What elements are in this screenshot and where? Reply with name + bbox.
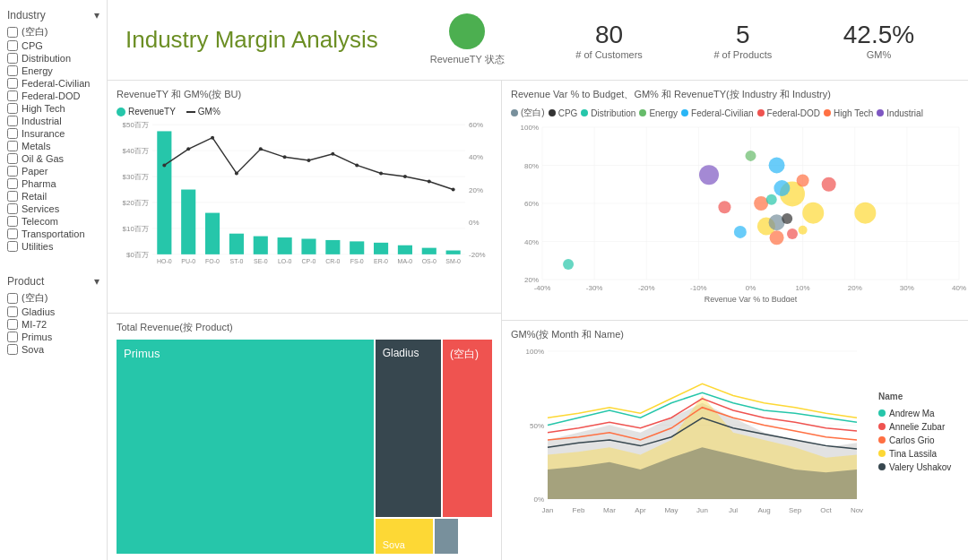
svg-text:Revenue Var % to Budget: Revenue Var % to Budget	[704, 295, 798, 302]
svg-point-90	[734, 226, 747, 238]
sidebar-product-item[interactable]: MI-72	[7, 319, 99, 330]
sidebar-industry-item[interactable]: Pharma	[7, 178, 99, 189]
sidebar-industry-item[interactable]: Insurance	[7, 128, 99, 139]
svg-text:LO-0: LO-0	[278, 258, 292, 264]
svg-text:40%: 40%	[469, 153, 483, 161]
gm-legend-line	[186, 111, 195, 113]
svg-text:50%: 50%	[530, 421, 544, 429]
line-panel: GM%(按 Month 和 Name) 0%50%100%JanFebMarAp…	[502, 321, 968, 561]
main-container: Industry ▾ (空白)CPGDistributionEnergyFede…	[0, 0, 968, 560]
svg-text:0%: 0%	[469, 219, 480, 227]
svg-rect-31	[325, 240, 340, 254]
sidebar-industry-item[interactable]: Federal-Civilian	[7, 78, 99, 89]
line-chart-svg: 0%50%100%JanFebMarAprMayJunJulAugSepOctN…	[511, 347, 871, 517]
scatter-legend: (空白)CPGDistributionEnergyFederal-Civilia…	[511, 107, 959, 119]
svg-text:$20百万: $20百万	[123, 199, 149, 207]
treemap-mi72[interactable]	[435, 519, 458, 555]
sidebar-industry-item[interactable]: Federal-DOD	[7, 90, 99, 101]
sidebar-product-item[interactable]: Primus	[7, 332, 99, 342]
svg-text:100%: 100%	[521, 124, 539, 132]
sidebar-industry-item[interactable]: Paper	[7, 166, 99, 177]
svg-text:HO-0: HO-0	[157, 258, 172, 264]
scatter-legend-item: (空白)	[511, 107, 545, 119]
sidebar: Industry ▾ (空白)CPGDistributionEnergyFede…	[0, 0, 108, 560]
svg-point-92	[782, 213, 792, 224]
sidebar-product-item[interactable]: Sova	[7, 344, 99, 355]
content-area: Industry Margin Analysis RevenueTY 状态 80…	[108, 0, 968, 560]
sidebar-product-item[interactable]: Gladius	[7, 306, 99, 317]
svg-point-88	[799, 226, 808, 235]
svg-text:SE-0: SE-0	[254, 258, 268, 264]
line-legend-item: Andrew Ma	[878, 409, 959, 418]
treemap-gladius[interactable]: Gladius	[376, 340, 441, 517]
scatter-legend-item: Industrial	[877, 107, 923, 119]
svg-point-98	[774, 180, 790, 196]
industry-items-list: (空白)CPGDistributionEnergyFederal-Civilia…	[7, 25, 99, 252]
treemap-empty[interactable]: (空白)	[443, 340, 492, 517]
treemap-container: PrimusGladius(空白)Sova	[117, 340, 492, 554]
line-legend-item: Annelie Zubar	[878, 422, 959, 432]
sidebar-industry-item[interactable]: Services	[7, 203, 99, 214]
svg-point-50	[331, 152, 334, 156]
svg-point-45	[211, 136, 214, 140]
svg-text:Jan: Jan	[542, 506, 554, 514]
svg-rect-27	[278, 237, 292, 254]
scatter-legend-item: Federal-DOD	[757, 107, 820, 119]
svg-text:FO-0: FO-0	[205, 258, 220, 264]
sidebar-industry-item[interactable]: High Tech	[7, 103, 99, 114]
svg-text:$10百万: $10百万	[123, 225, 149, 233]
svg-rect-35	[374, 243, 388, 254]
svg-text:Sep: Sep	[789, 506, 802, 514]
svg-rect-41	[446, 251, 461, 254]
svg-text:40%: 40%	[524, 238, 539, 246]
scatter-title: Revenue Var % to Budget、GM% 和 RevenueTY(…	[511, 88, 959, 101]
svg-text:$0百万: $0百万	[126, 251, 149, 259]
sidebar-industry-item[interactable]: Metals	[7, 141, 99, 151]
svg-point-49	[307, 159, 310, 162]
treemap-sova[interactable]: Sova	[376, 519, 433, 555]
svg-text:CP-0: CP-0	[302, 258, 316, 264]
line-chart-title: GM%(按 Month 和 Name)	[511, 328, 959, 341]
product-section-title[interactable]: Product ▾	[7, 275, 99, 288]
svg-point-104	[746, 151, 756, 161]
sidebar-industry-item[interactable]: Retail	[7, 191, 99, 202]
page-title: Industry Margin Analysis	[125, 26, 394, 54]
svg-rect-29	[301, 238, 315, 254]
scatter-legend-item: Distribution	[581, 107, 635, 119]
industry-section-title[interactable]: Industry ▾	[7, 9, 99, 22]
line-legend-item: Tina Lassila	[878, 449, 959, 459]
svg-text:Apr: Apr	[635, 506, 646, 514]
svg-text:30%: 30%	[900, 284, 914, 292]
svg-point-52	[379, 171, 383, 175]
svg-text:60%: 60%	[469, 121, 483, 129]
svg-point-47	[259, 147, 263, 151]
sidebar-product-item[interactable]: (空白)	[7, 291, 99, 305]
scatter-legend-item: Federal-Civilian	[681, 107, 753, 119]
kpi-customers: 80 # of Customers	[575, 21, 643, 60]
svg-point-96	[766, 194, 777, 205]
sidebar-industry-item[interactable]: (空白)	[7, 25, 99, 39]
bar-chart-title: RevenueTY 和 GM%(按 BU)	[117, 88, 492, 101]
sidebar-industry-item[interactable]: Industrial	[7, 116, 99, 126]
svg-point-93	[802, 202, 824, 224]
sidebar-industry-item[interactable]: Distribution	[7, 53, 99, 64]
treemap-primus[interactable]: Primus	[117, 340, 374, 554]
line-legend-header: Name	[878, 392, 959, 401]
svg-text:FS-0: FS-0	[350, 258, 364, 264]
sidebar-industry-item[interactable]: Energy	[7, 65, 99, 76]
sidebar-industry-item[interactable]: Oil & Gas	[7, 153, 99, 164]
sidebar-industry-item[interactable]: CPG	[7, 40, 99, 51]
svg-point-101	[822, 177, 836, 192]
svg-text:0%: 0%	[746, 284, 756, 292]
scatter-panel: Revenue Var % to Budget、GM% 和 RevenueTY(…	[502, 81, 968, 321]
sidebar-industry-item[interactable]: Telecom	[7, 216, 99, 227]
svg-text:20%: 20%	[524, 276, 539, 284]
svg-rect-37	[398, 246, 412, 254]
sidebar-industry-item[interactable]: Utilities	[7, 241, 99, 252]
sidebar-industry-item[interactable]: Transportation	[7, 228, 99, 239]
bar-chart-container: $50百万$40百万$30百万$20百万$10百万$0百万60%40%20%0%…	[117, 120, 492, 281]
product-items-list: (空白)GladiusMI-72PrimusSova	[7, 291, 99, 355]
svg-text:-10%: -10%	[690, 284, 707, 292]
line-legend: NameAndrew MaAnnelie ZubarCarlos GrioTin…	[878, 347, 959, 517]
svg-text:40%: 40%	[952, 284, 966, 292]
